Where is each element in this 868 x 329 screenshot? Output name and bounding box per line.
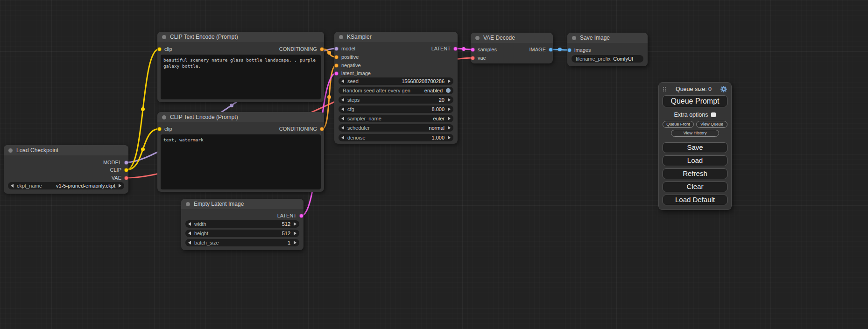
slot-label: CONDITIONING: [279, 46, 317, 52]
input-slot-vae[interactable]: vae: [471, 55, 486, 61]
output-slot-model[interactable]: MODEL: [103, 159, 128, 166]
node-status-dot-icon: [475, 36, 480, 40]
prompt-textarea[interactable]: beautiful scenery nature glass bottle la…: [161, 55, 321, 99]
port-dot-model[interactable]: [124, 161, 128, 165]
view-history-button[interactable]: View History: [671, 130, 719, 137]
decrement-arrow-icon[interactable]: [341, 136, 344, 140]
output-slot-conditioning[interactable]: CONDITIONING: [279, 126, 324, 132]
increment-arrow-icon[interactable]: [294, 241, 296, 245]
widget-value: 512: [206, 221, 290, 227]
input-slot-model[interactable]: model: [334, 45, 355, 52]
settings-gear-icon[interactable]: [720, 85, 727, 93]
steps-widget[interactable]: steps 20: [339, 96, 453, 104]
output-slot-latent[interactable]: LATENT: [277, 212, 303, 219]
input-slot-positive[interactable]: positive: [334, 54, 359, 60]
port-dot-latent[interactable]: [334, 71, 339, 76]
node-vae-decode[interactable]: VAE Decode samples vae IMAGE: [471, 33, 553, 63]
save-button[interactable]: Save: [663, 142, 727, 153]
node-clip-text-encode-negative[interactable]: CLIP Text Encode (Prompt) clip CONDITION…: [157, 112, 324, 192]
next-option-arrow-icon[interactable]: [448, 126, 451, 130]
output-slot-image[interactable]: IMAGE: [529, 46, 553, 53]
port-dot-latent[interactable]: [453, 47, 458, 51]
decrement-arrow-icon[interactable]: [341, 79, 344, 83]
widget-value: euler: [381, 116, 445, 121]
extra-options-checkbox[interactable]: [711, 112, 716, 117]
load-default-button[interactable]: Load Default: [663, 195, 727, 205]
view-queue-button[interactable]: View Queue: [696, 121, 727, 128]
output-slot-clip[interactable]: CLIP: [110, 167, 128, 173]
decrement-arrow-icon[interactable]: [188, 241, 191, 245]
port-dot-clip[interactable]: [124, 168, 128, 172]
queue-front-button[interactable]: Queue Front: [663, 121, 694, 128]
input-slot-samples[interactable]: samples: [471, 46, 497, 53]
increment-arrow-icon[interactable]: [448, 136, 451, 140]
increment-arrow-icon[interactable]: [294, 222, 296, 226]
port-dot-image[interactable]: [549, 48, 553, 52]
refresh-button[interactable]: Refresh: [663, 168, 727, 179]
prompt-textarea[interactable]: text, watermark: [161, 134, 321, 189]
drag-handle-icon[interactable]: [663, 86, 667, 92]
decrement-arrow-icon[interactable]: [341, 107, 344, 111]
batch-size-widget[interactable]: batch_size 1: [185, 239, 299, 246]
output-slot-latent[interactable]: LATENT: [431, 45, 458, 52]
port-dot-vae[interactable]: [471, 56, 475, 60]
prev-option-arrow-icon[interactable]: [11, 184, 14, 188]
width-widget[interactable]: width 512: [185, 220, 299, 228]
toggle-indicator-icon[interactable]: [446, 88, 451, 93]
port-dot-latent[interactable]: [471, 48, 475, 52]
node-title: CLIP Text Encode (Prompt): [170, 114, 238, 120]
scheduler-widget[interactable]: scheduler normal: [339, 124, 453, 132]
node-graph-canvas[interactable]: Load Checkpoint MODEL CLIP VAE ckpt_name…: [0, 0, 868, 329]
prev-option-arrow-icon[interactable]: [341, 126, 344, 130]
increment-arrow-icon[interactable]: [294, 231, 296, 235]
slot-label: samples: [478, 47, 497, 52]
output-slot-conditioning[interactable]: CONDITIONING: [279, 46, 324, 52]
next-option-arrow-icon[interactable]: [119, 184, 121, 188]
increment-arrow-icon[interactable]: [448, 79, 451, 83]
input-slot-latent-image[interactable]: latent_image: [334, 70, 371, 77]
increment-arrow-icon[interactable]: [448, 107, 451, 111]
input-slot-clip[interactable]: clip: [157, 46, 172, 52]
port-dot-vae[interactable]: [124, 176, 128, 180]
port-dot-conditioning[interactable]: [320, 47, 324, 51]
height-widget[interactable]: height 512: [185, 230, 299, 237]
port-dot-clip[interactable]: [157, 127, 162, 131]
decrement-arrow-icon[interactable]: [188, 231, 191, 235]
seed-widget[interactable]: seed 156680208700286: [339, 77, 453, 85]
port-dot-image[interactable]: [567, 48, 572, 52]
port-dot-conditioning[interactable]: [320, 127, 324, 131]
slot-label: clip: [164, 46, 172, 52]
denoise-widget[interactable]: denoise 1.000: [339, 134, 453, 141]
decrement-arrow-icon[interactable]: [341, 98, 344, 102]
prev-option-arrow-icon[interactable]: [341, 117, 344, 120]
decrement-arrow-icon[interactable]: [188, 222, 191, 226]
next-option-arrow-icon[interactable]: [448, 117, 451, 120]
node-empty-latent-image[interactable]: Empty Latent Image LATENT width 512 heig…: [181, 199, 303, 250]
node-save-image[interactable]: Save Image images filename_prefix ComfyU…: [567, 33, 648, 66]
output-slot-vae[interactable]: VAE: [112, 175, 128, 181]
ckpt-name-widget[interactable]: ckpt_name v1-5-pruned-emaonly.ckpt: [8, 182, 124, 189]
input-slot-clip[interactable]: clip: [157, 126, 172, 132]
load-button[interactable]: Load: [663, 155, 727, 166]
node-clip-text-encode-positive[interactable]: CLIP Text Encode (Prompt) clip CONDITION…: [157, 32, 324, 102]
port-dot-conditioning[interactable]: [334, 55, 339, 59]
port-dot-clip[interactable]: [157, 47, 162, 51]
clear-button[interactable]: Clear: [663, 182, 727, 192]
widget-label: height: [194, 231, 208, 236]
port-dot-conditioning[interactable]: [334, 63, 339, 68]
slot-label: IMAGE: [529, 47, 546, 52]
input-slot-negative[interactable]: negative: [334, 62, 361, 69]
sampler-name-widget[interactable]: sampler_name euler: [339, 115, 453, 122]
node-load-checkpoint[interactable]: Load Checkpoint MODEL CLIP VAE ckpt_name…: [4, 145, 128, 194]
increment-arrow-icon[interactable]: [448, 98, 451, 102]
node-status-dot-icon: [8, 148, 13, 153]
input-slot-images[interactable]: images: [567, 47, 591, 53]
widget-label: ckpt_name: [17, 183, 42, 189]
port-dot-latent[interactable]: [299, 214, 303, 218]
queue-prompt-button[interactable]: Queue Prompt: [663, 95, 727, 107]
filename-prefix-widget[interactable]: filename_prefix ComfyUI: [572, 55, 643, 63]
random-seed-toggle[interactable]: Random seed after every gen enabled: [339, 87, 453, 94]
node-ksampler[interactable]: KSampler model positive negative latent_…: [334, 32, 458, 144]
port-dot-model[interactable]: [334, 47, 339, 51]
cfg-widget[interactable]: cfg 8.000: [339, 105, 453, 113]
